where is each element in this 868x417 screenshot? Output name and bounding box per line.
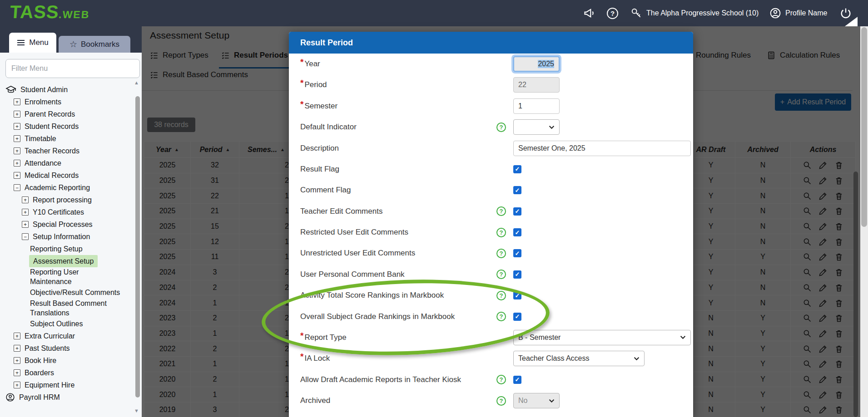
restricted-user-edit-comments-checkbox[interactable]: ✓ (513, 228, 521, 236)
sidebar-item-label: Past Students (25, 343, 70, 353)
field-row-user-personal-comment-bank: User Personal Comment Bank?✓ (300, 264, 682, 285)
collapse-icon[interactable]: − (14, 184, 20, 191)
window-scrollbar[interactable] (860, 26, 868, 417)
collapse-icon[interactable]: − (22, 233, 29, 240)
sidebar-item-timetable[interactable]: +Timetable (0, 132, 131, 145)
field-label: Result Flag (300, 165, 339, 174)
filter-menu-input[interactable] (5, 59, 140, 78)
field-row-year: *Year2025 (300, 54, 682, 74)
sidebar-item-objective-result-comments[interactable]: Objective/Result Comments (0, 286, 131, 299)
sidebar-item-setup-information[interactable]: −Setup Information (0, 231, 131, 243)
help-icon[interactable]: ? (496, 396, 506, 406)
field-row-teacher-edit-comments: Teacher Edit Comments?✓ (300, 201, 682, 222)
help-icon[interactable]: ? (496, 123, 506, 132)
field-label: Period (304, 80, 327, 89)
sidebar-item-label: Teacher Records (25, 146, 79, 156)
expand-icon[interactable]: + (14, 160, 20, 167)
sidebar-item-teacher-records[interactable]: +Teacher Records (0, 145, 131, 157)
sidebar-item-result-based-comment-translations[interactable]: Result Based Comment Translations (0, 299, 131, 318)
expand-icon[interactable]: + (14, 357, 20, 364)
announcements-button[interactable] (583, 0, 596, 26)
sidebar-item-extra-curricular[interactable]: +Extra Curricular (0, 330, 131, 342)
field-row-default-indicator: Default Indicator? (300, 117, 682, 137)
help-icon[interactable]: ? (496, 228, 506, 237)
help-icon[interactable]: ? (496, 375, 506, 384)
field-label: User Personal Comment Bank (300, 270, 405, 279)
sidebar-item-student-admin[interactable]: Student Admin (0, 83, 131, 96)
window-scrollbar-thumb[interactable] (861, 27, 867, 227)
field-row-period: *Period22 (300, 74, 682, 95)
expand-icon[interactable]: + (22, 196, 29, 203)
sidebar-item-boarders[interactable]: +Boarders (0, 367, 131, 379)
expand-icon[interactable]: + (14, 98, 20, 105)
field-label: Unrestricted User Edit Comments (300, 249, 415, 258)
sidebar-item-enrolments[interactable]: +Enrolments (0, 96, 131, 108)
field-row-allow-draft-academic-reports-in-teacher-kiosk: Allow Draft Academic Reports in Teacher … (300, 369, 682, 390)
tab-menu[interactable]: Menu (9, 33, 56, 53)
expand-icon[interactable]: + (22, 209, 29, 216)
sidebar-item-report-processing[interactable]: +Report processing (0, 194, 131, 206)
report-type-select[interactable]: B - Semester (513, 330, 691, 345)
expand-icon[interactable]: + (22, 221, 29, 228)
allow-draft-academic-reports-in-teacher-kiosk-checkbox[interactable]: ✓ (513, 376, 521, 384)
archived-select[interactable]: No (513, 393, 560, 408)
sidebar-item-book-hire[interactable]: +Book Hire (0, 354, 131, 367)
sidebar-item-label: Extra Curricular (25, 331, 75, 341)
help-icon[interactable]: ? (496, 249, 506, 258)
help-button[interactable]: ? (607, 0, 618, 26)
semester-input[interactable]: 1 (513, 98, 560, 114)
help-icon: ? (607, 8, 618, 19)
sidebar-item-past-students[interactable]: +Past Students (0, 342, 131, 354)
sidebar-item-equipment-hire[interactable]: +Equipment Hire (0, 379, 131, 391)
ia-lock-select[interactable]: Teacher Class Access (513, 351, 645, 366)
expand-icon[interactable]: + (14, 147, 20, 154)
sidebar-item-label: Setup Information (33, 232, 90, 241)
sidebar-item-attendance[interactable]: +Attendance (0, 157, 131, 169)
field-row-description: DescriptionSemester One, 2025 (300, 138, 682, 159)
sidebar-item-academic-reporting[interactable]: −Academic Reporting (0, 182, 131, 194)
sidebar-item-parent-records[interactable]: +Parent Records (0, 108, 131, 120)
sidebar-item-y10-certificates[interactable]: +Y10 Certificates (0, 206, 131, 218)
sidebar-item-payroll-hrm[interactable]: Payroll HRM (0, 391, 131, 403)
profile-menu[interactable]: Profile Name (769, 0, 827, 26)
expand-icon[interactable]: + (14, 123, 20, 130)
expand-icon[interactable]: + (14, 369, 20, 376)
result-flag-checkbox[interactable]: ✓ (513, 165, 521, 173)
expand-icon[interactable]: + (14, 111, 20, 118)
sidebar-item-reporting-user-maintenance[interactable]: Reporting User Maintenance (0, 267, 131, 286)
expand-icon[interactable]: + (14, 345, 20, 352)
year-input[interactable]: 2025 (513, 56, 560, 72)
required-asterisk: * (300, 57, 303, 67)
default-indicator-select[interactable] (513, 119, 560, 135)
help-icon[interactable]: ? (496, 270, 506, 279)
scroll-down-icon[interactable]: ▼ (134, 408, 139, 413)
sidebar-item-label: Report processing (33, 195, 92, 205)
sidebar-item-subject-outlines[interactable]: Subject Outlines (0, 318, 131, 330)
sidebar-item-reporting-setup[interactable]: Reporting Setup (0, 243, 131, 255)
scroll-up-icon[interactable]: ▲ (134, 80, 139, 85)
sidebar-item-student-records[interactable]: +Student Records (0, 120, 131, 132)
comment-flag-checkbox[interactable]: ✓ (513, 186, 521, 194)
teacher-edit-comments-checkbox[interactable]: ✓ (513, 207, 521, 216)
school-switcher[interactable]: The Alpha Progressive School (10) (630, 0, 759, 26)
sidebar-item-label: Objective/Result Comments (30, 288, 120, 297)
sidebar-item-special-processes[interactable]: +Special Processes (0, 218, 131, 231)
sidebar-scrollbar-thumb[interactable] (135, 96, 140, 397)
expand-icon[interactable]: + (14, 135, 20, 142)
expand-icon[interactable]: + (14, 382, 20, 388)
expand-icon[interactable]: + (14, 172, 20, 179)
sidebar-item-label: Medical Records (25, 171, 79, 180)
field-label: Year (304, 59, 320, 69)
description-input[interactable]: Semester One, 2025 (513, 141, 691, 156)
field-label: Archived (300, 396, 330, 405)
user-personal-comment-bank-checkbox[interactable]: ✓ (513, 270, 521, 279)
sidebar-item-medical-records[interactable]: +Medical Records (0, 169, 131, 182)
unrestricted-user-edit-comments-checkbox[interactable]: ✓ (513, 249, 521, 257)
expand-icon[interactable]: + (14, 333, 20, 339)
period-input[interactable]: 22 (513, 77, 560, 93)
tab-bookmarks[interactable]: ☆ Bookmarks (59, 36, 130, 53)
sidebar-item-assessment-setup[interactable]: Assessment Setup (0, 255, 131, 267)
power-icon (839, 7, 852, 20)
chevron-down-icon (549, 125, 555, 129)
help-icon[interactable]: ? (496, 206, 506, 216)
